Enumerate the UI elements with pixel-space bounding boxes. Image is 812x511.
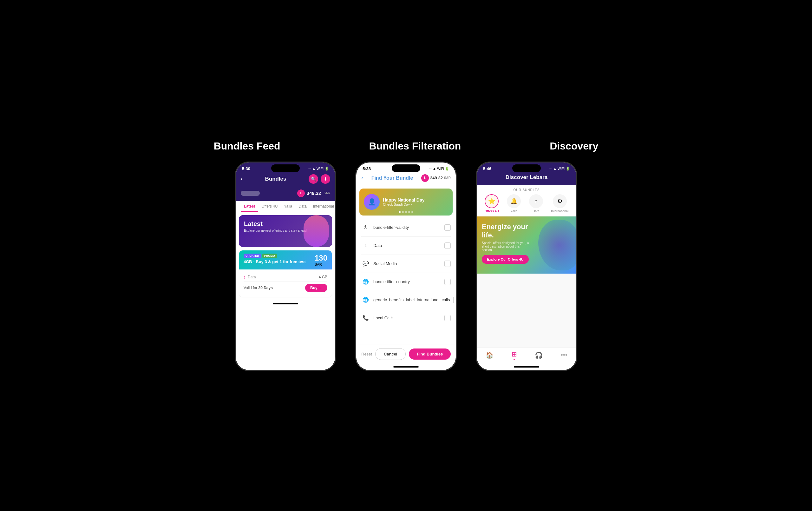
filter-icon-2: 💬 (361, 259, 370, 268)
phone1-title: Bundles (243, 176, 309, 182)
dot-2 (402, 211, 404, 213)
filter-item-1[interactable]: ↕ Data (361, 237, 451, 255)
explore-offers-button[interactable]: Explore Our Offers 4U (482, 255, 529, 264)
cat-yalla[interactable]: 🔔 Yalla (507, 194, 521, 213)
cat-icon-yalla: 🔔 (507, 194, 521, 208)
status-icons-2: ··· ▲ WiFi 🔋 (429, 167, 450, 171)
checkbox-1[interactable] (444, 242, 451, 249)
bundle-categories: ⭐ Offers 4U 🔔 Yalla ↑ Data ⚙ Internation… (481, 194, 573, 213)
filter-label-5: Local Calls (373, 316, 441, 320)
checkbox-5[interactable] (444, 315, 451, 321)
download-icon-button[interactable]: ⬇ (321, 174, 330, 184)
our-bundles-label: OUR BUNDLES (481, 188, 573, 192)
nav-active-dot (514, 359, 515, 360)
nav-bundles[interactable]: ⊞ (512, 350, 517, 360)
bundle-card-1: UPDATED PROMO 4GB - Buy 3 & get 1 for fr… (239, 250, 332, 297)
phone3-title: Discover Lebara (482, 174, 571, 181)
bundle-details: ↕ Data 4 GB Valid for 30 Days Buy → (239, 269, 332, 297)
bundle-card-header: UPDATED PROMO 4GB - Buy 3 & get 1 for fr… (239, 250, 332, 269)
data-value: 4 GB (319, 275, 327, 279)
more-icon: ••• (561, 351, 568, 359)
data-label: Data (248, 275, 256, 279)
cat-label-intl: International (551, 210, 569, 213)
disc-banner-title: Energize your life. (482, 223, 531, 240)
phone-bundles-feed: 5:30 ··· ▲ WiFi 🔋 ‹ Bundles 🔍 ⬇ L 349.32… (235, 162, 336, 371)
phone2-balance: L 349.32 SAR (421, 174, 451, 182)
filter-item-0[interactable]: ⏱ bundle-filter-validity (361, 219, 451, 237)
title-discovery: Discovery (550, 140, 598, 152)
nav-home[interactable]: 🏠 (486, 351, 494, 359)
filter-icon-5: 📞 (361, 314, 370, 322)
tab-offers4u[interactable]: Offers 4U (258, 201, 281, 212)
filter-item-2[interactable]: 💬 Social Media (361, 255, 451, 273)
balance-sar-2: SAR (444, 176, 451, 180)
reset-button[interactable]: Reset (361, 352, 372, 356)
cat-label-yalla: Yalla (510, 210, 517, 213)
home-bar-line-2 (393, 366, 419, 368)
latest-banner: Latest Explore our newest offerings and … (239, 215, 332, 247)
nav-more[interactable]: ••• (561, 351, 568, 359)
nav-support[interactable]: 🎧 (535, 351, 543, 359)
filter-icon-0: ⏱ (361, 223, 370, 232)
disc-banner-sub: Special offers designed for you, a short… (482, 241, 531, 252)
home-icon: 🏠 (486, 351, 494, 359)
dot-1 (399, 211, 401, 213)
valid-text: Valid for 30 Days (243, 286, 273, 290)
phone1-header: ‹ Bundles 🔍 ⬇ (236, 172, 335, 187)
status-icons-1: ··· ▲ WiFi 🔋 (308, 167, 329, 171)
status-icons-3: ··· ▲ WiFi 🔋 (549, 167, 570, 171)
bundle-tags: UPDATED PROMO (243, 253, 306, 258)
home-bar-line-1 (273, 303, 298, 304)
find-bundles-button[interactable]: Find Bundles (409, 349, 451, 359)
dot-5 (411, 211, 413, 213)
title-bundles-filteration: Bundles Filteration (369, 140, 461, 152)
tab-latest[interactable]: Latest (241, 201, 258, 212)
checkbox-0[interactable] (444, 224, 451, 231)
cat-icon-intl: ⚙ (553, 194, 567, 208)
filter-label-3: bundle-filter-country (373, 279, 441, 284)
balance-amount-2: 349.32 (430, 176, 443, 180)
bundle-price-sar: SAR (315, 263, 327, 266)
cat-intl[interactable]: ⚙ International (551, 194, 569, 213)
tab-intl[interactable]: International (310, 201, 335, 212)
filter-item-4[interactable]: 🌐 generic_benefits_label_international_c… (361, 291, 451, 309)
dot-4 (408, 211, 410, 213)
phone-discovery: 5:46 ··· ▲ WiFi 🔋 Discover Lebara OUR BU… (476, 162, 577, 371)
buy-button[interactable]: Buy → (305, 284, 327, 292)
checkbox-4[interactable] (453, 297, 454, 303)
tag-updated: UPDATED (243, 253, 261, 258)
home-bar-1 (236, 301, 335, 307)
our-bundles-section: OUR BUNDLES ⭐ Offers 4U 🔔 Yalla ↑ Data (477, 185, 576, 216)
banner-avatar: 👤 (364, 194, 380, 210)
checkbox-2[interactable] (444, 261, 451, 267)
tab-data[interactable]: Data (295, 201, 310, 212)
banner-text: Happy National Day Check Saudi Day › (383, 197, 425, 206)
search-icon-button[interactable]: 🔍 (309, 174, 318, 184)
home-bar-line-3 (514, 366, 539, 368)
bottom-nav: 🏠 ⊞ 🎧 ••• (477, 348, 576, 364)
bundle-price: 130 (315, 253, 327, 263)
cat-label-offers4u: Offers 4U (485, 210, 499, 213)
banner-dots (399, 211, 413, 213)
account-pill (241, 191, 260, 196)
balance-info-1: L 349.32 SAR (297, 189, 330, 197)
cat-icon-offers4u: ⭐ (485, 194, 499, 208)
phone2-header: ‹ Find Your Bundle L 349.32 SAR (356, 172, 456, 185)
banner-title-2: Happy National Day (383, 197, 425, 203)
tab-yalla[interactable]: Yalla (281, 201, 295, 212)
cat-offers4u[interactable]: ⭐ Offers 4U (485, 194, 499, 213)
balance-bar-1: L 349.32 SAR (236, 187, 335, 201)
filter-label-2: Social Media (373, 261, 441, 266)
home-bar-2 (356, 364, 456, 370)
cancel-button[interactable]: Cancel (375, 348, 406, 360)
filter-footer: Reset Cancel Find Bundles (356, 344, 456, 364)
filter-item-3[interactable]: 🌐 bundle-filter-country (361, 273, 451, 291)
support-icon: 🎧 (535, 351, 543, 359)
cat-data[interactable]: ↑ Data (529, 194, 543, 213)
filter-icon-4: 🌐 (361, 295, 370, 304)
filter-banner: 👤 Happy National Day Check Saudi Day › (359, 189, 453, 216)
filter-item-5[interactable]: 📞 Local Calls (361, 309, 451, 327)
status-time-1: 5:30 (242, 166, 250, 171)
checkbox-3[interactable] (444, 279, 451, 285)
discovery-content-area (477, 274, 576, 348)
